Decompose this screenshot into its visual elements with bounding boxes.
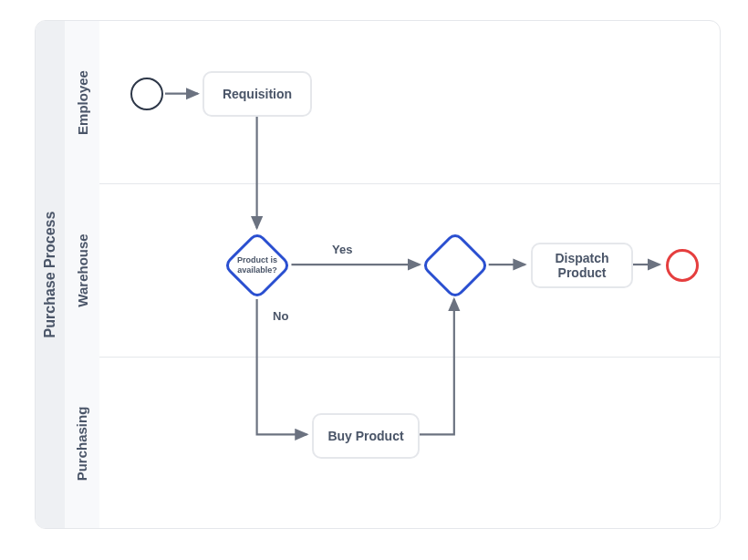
lane-label-employee: Employee <box>75 70 90 135</box>
task-buy-product-label: Buy Product <box>327 429 403 443</box>
task-dispatch[interactable]: Dispatch Product <box>531 243 633 288</box>
lane-label-warehouse-cell: Warehouse <box>65 183 99 357</box>
lane-label-purchasing: Purchasing <box>75 406 90 481</box>
pool-label-strip: Purchase Process <box>36 21 65 528</box>
lane-label-purchasing-cell: Purchasing <box>65 357 99 529</box>
start-event[interactable] <box>130 78 163 110</box>
lane-divider-1 <box>99 183 720 184</box>
lane-divider-2 <box>99 357 720 358</box>
task-dispatch-label: Dispatch Product <box>542 251 622 280</box>
lane-labels-strip: Employee Warehouse Purchasing <box>65 21 99 528</box>
pool-label: Purchase Process <box>42 212 58 338</box>
end-event[interactable] <box>666 249 699 282</box>
task-buy-product[interactable]: Buy Product <box>312 413 420 459</box>
lane-label-warehouse: Warehouse <box>75 233 90 306</box>
task-requisition[interactable]: Requisition <box>203 71 312 117</box>
edge-label-no: No <box>273 309 288 323</box>
gateway-merge[interactable] <box>421 231 490 300</box>
pool-frame: Purchase Process Employee Warehouse Purc… <box>35 20 721 529</box>
task-requisition-label: Requisition <box>223 87 292 101</box>
lane-label-employee-cell: Employee <box>65 21 99 183</box>
edge-label-yes: Yes <box>332 243 352 256</box>
gateway-product-available-label: Product is available? <box>225 255 289 275</box>
lanes-area: Requisition Product is available? Dispat… <box>99 21 720 528</box>
